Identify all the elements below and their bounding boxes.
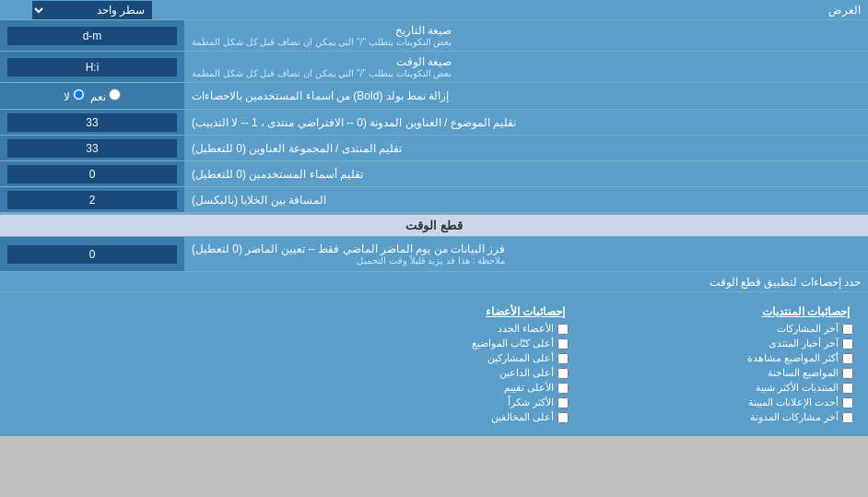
date-format-label: صيغة التاريخ — [395, 24, 452, 37]
list-item: آخر مشاركات المدونة — [583, 411, 853, 423]
username-trim-input-area — [0, 161, 184, 186]
checkbox-blog-posts[interactable] — [842, 412, 853, 423]
list-item: المنتديات الأكثر شبية — [583, 382, 853, 394]
bold-yes-radio[interactable] — [109, 89, 121, 101]
checkbox-most-similar[interactable] — [842, 383, 853, 394]
list-item: أعلى الداعين — [299, 367, 569, 379]
list-item: المواضيع الساخنة — [583, 367, 853, 379]
subject-trim-label-area: تقليم الموضوع / العناوين المدونة (0 -- ا… — [184, 110, 868, 135]
subject-trim-label: تقليم الموضوع / العناوين المدونة (0 -- ا… — [192, 116, 516, 129]
time-cutoff-input[interactable] — [7, 245, 177, 264]
list-item: الأكثر شكراً — [299, 396, 569, 408]
display-label: العرض — [184, 1, 868, 19]
rows-selector-area: سطر واحد سطرين ثلاثة أسطر — [0, 1, 184, 19]
forum-trim-input[interactable] — [7, 139, 177, 158]
checkbox-latest-posts[interactable] — [842, 324, 853, 335]
username-trim-label-area: تقليم أسماء المستخدمين (0 للتعطيل) — [184, 161, 868, 186]
bold-no-label: لا — [64, 89, 85, 103]
time-format-label-area: صيغة الوقت بعض التكوينات يتطلب "/" التي … — [184, 52, 868, 82]
forum-stats-col: إحصائيات المنتديات آخر المشاركات آخر أخب… — [576, 300, 861, 427]
list-item: الأعضاء الجدد — [299, 323, 569, 335]
forum-trim-label: تقليم المنتدى / المجموعة العناوين (0 للت… — [192, 142, 402, 155]
list-item: أحدث الإعلانات المبينة — [583, 396, 853, 408]
username-trim-input[interactable] — [7, 165, 177, 183]
checkbox-most-thanked[interactable] — [557, 397, 569, 408]
checkbox-new-members[interactable] — [557, 324, 569, 335]
time-cutoff-value-label-area: فرز البيانات من يوم الماضر الماضي فقط --… — [184, 237, 868, 271]
list-item: آخر أخبار المنتدى — [583, 337, 853, 349]
time-cutoff-note: ملاحظة : هذا قد يزيد قليلاً وقت التحميل — [192, 255, 505, 266]
rows-select[interactable]: سطر واحد سطرين ثلاثة أسطر — [32, 1, 152, 19]
time-cutoff-label: فرز البيانات من يوم الماضر الماضي فقط --… — [192, 243, 505, 255]
bold-no-radio[interactable] — [73, 89, 85, 101]
cell-spacing-input-area — [0, 187, 184, 212]
list-item: أعلى المخالفين — [299, 411, 569, 423]
time-format-input[interactable] — [7, 58, 177, 77]
bold-label: إزالة نمط بولد (Bold) من اسماء المستخدمي… — [192, 89, 449, 102]
date-format-input-area — [0, 20, 184, 51]
stats-limit-label: حدد إحصاءات لتطبيق قطع الوقت — [0, 273, 868, 291]
list-item: الأعلى تقييم — [299, 382, 569, 394]
time-cutoff-section-header: قطع الوقت — [0, 213, 868, 237]
time-format-input-area — [0, 52, 184, 82]
time-format-label: صيغة الوقت — [396, 55, 452, 68]
cell-spacing-label-area: المسافة بين الخلايا (بالبكسل) — [184, 187, 868, 212]
subject-trim-input-area — [0, 110, 184, 135]
date-format-sublabel: بعض التكوينات يتطلب "/" التي يمكن ان تضا… — [192, 37, 452, 47]
list-item: أعلى كتّاب المواضيع — [299, 337, 569, 349]
member-stats-col: إحصائيات الأعضاء الأعضاء الجدد أعلى كتّا… — [292, 300, 577, 427]
checkboxes-grid: إحصائيات المنتديات آخر المشاركات آخر أخب… — [0, 296, 868, 431]
checkbox-top-inviters[interactable] — [557, 368, 569, 379]
list-item: أكثر المواضيع مشاهدة — [583, 352, 853, 364]
list-item: آخر المشاركات — [583, 323, 853, 335]
forum-trim-label-area: تقليم المنتدى / المجموعة العناوين (0 للت… — [184, 136, 868, 160]
date-format-label-area: صيغة التاريخ بعض التكوينات يتطلب "/" الت… — [184, 20, 868, 51]
date-format-input[interactable] — [7, 27, 177, 45]
bold-yes-label: نعم — [90, 89, 121, 103]
checkbox-most-viewed[interactable] — [842, 353, 853, 364]
checkbox-top-violators[interactable] — [557, 412, 569, 423]
empty-col — [7, 300, 292, 427]
checkbox-top-posters[interactable] — [557, 353, 569, 364]
checkbox-hot-topics[interactable] — [842, 368, 853, 379]
username-trim-label: تقليم أسماء المستخدمين (0 للتعطيل) — [192, 168, 363, 181]
list-item: أعلى المشاركين — [299, 352, 569, 364]
bold-radio-area: نعم لا — [0, 83, 184, 109]
subject-trim-input[interactable] — [7, 113, 177, 132]
checkbox-forum-news[interactable] — [842, 338, 853, 349]
member-stats-header: إحصائيات الأعضاء — [299, 303, 569, 320]
checkbox-top-writers[interactable] — [557, 338, 569, 349]
bold-label-area: إزالة نمط بولد (Bold) من اسماء المستخدمي… — [184, 83, 868, 109]
checkbox-top-rated[interactable] — [557, 383, 569, 394]
forum-stats-header: إحصائيات المنتديات — [583, 303, 853, 320]
cell-spacing-label: المسافة بين الخلايا (بالبكسل) — [192, 194, 326, 207]
time-format-sublabel: بعض التكوينات يتطلب "/" التي يمكن ان تضا… — [192, 68, 452, 78]
checkbox-latest-announcements[interactable] — [842, 397, 853, 408]
forum-trim-input-area — [0, 136, 184, 160]
time-cutoff-input-area — [0, 237, 184, 271]
cell-spacing-input[interactable] — [7, 191, 177, 209]
